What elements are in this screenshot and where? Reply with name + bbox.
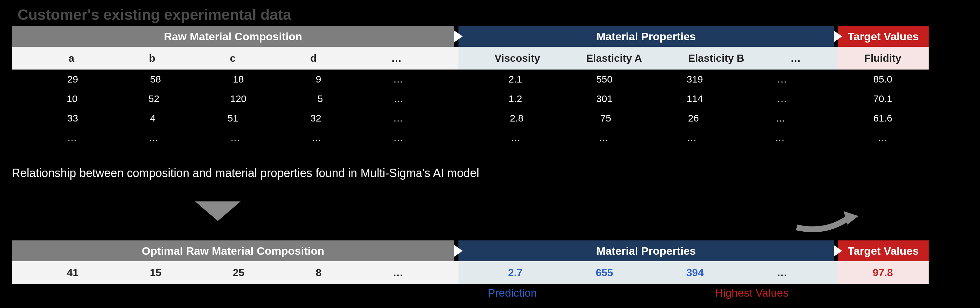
header-target-values: Target Values [838, 26, 929, 47]
col-more: … [391, 52, 402, 64]
cell: 29 [67, 74, 78, 85]
cell: … [393, 267, 403, 279]
subheader-row: a b c d … Viscosity Elasticity A Elastic… [12, 47, 929, 70]
data-raw: 29 58 18 9 … [12, 70, 458, 89]
bottom-annotation: Prediction Highest Values [488, 287, 789, 299]
data-target: 61.6 [837, 108, 929, 128]
cell: 550 [596, 74, 612, 85]
cell: 26 [688, 113, 699, 124]
cell: … [777, 267, 787, 279]
cell: … [393, 113, 403, 124]
arrow-down-icon [195, 202, 240, 221]
cell: … [777, 93, 787, 104]
data-row: 33 4 51 32 … 2.8 75 26 … 61.6 [12, 108, 929, 128]
col-a: a [68, 52, 75, 64]
cell-highest: 97.8 [873, 267, 893, 279]
cell: … [394, 93, 404, 104]
cell: 51 [228, 113, 238, 124]
col-elasticity-a: Elasticity A [586, 52, 642, 64]
header-row: Raw Material Composition Material Proper… [12, 26, 929, 47]
arrow-right-icon [834, 245, 842, 257]
cell: … [687, 132, 697, 143]
cell: … [312, 132, 321, 143]
annot-highest: Highest Values [715, 287, 789, 299]
bottom-target: 97.8 [837, 261, 929, 284]
subheader-props: Viscosity Elasticity A Elasticity B … [458, 47, 837, 70]
bottom-raw: 41 15 25 8 … [12, 261, 458, 284]
data-row: 10 52 120 5 … 1.2 301 114 … 70.1 [12, 89, 929, 108]
cell: 52 [149, 93, 159, 104]
cell-prediction: 655 [596, 267, 613, 279]
cell: 10 [67, 93, 77, 104]
col-b: b [149, 52, 156, 64]
col-viscosity: Viscosity [495, 52, 540, 64]
bottom-header-raw: Optimal Raw Material Composition [12, 240, 454, 261]
cell: 32 [310, 113, 321, 124]
cell: 5 [317, 93, 323, 104]
data-target: 85.0 [837, 70, 929, 89]
data-props: 2.8 75 26 … [458, 108, 837, 128]
subheader-raw: a b c d … [12, 47, 458, 70]
cell: … [777, 74, 787, 85]
cell: 9 [316, 74, 321, 85]
data-raw: … … … … … [12, 128, 458, 148]
cell: 58 [150, 74, 161, 85]
bottom-header-props: Material Properties [458, 240, 834, 261]
cell: 8 [316, 267, 321, 279]
cell: … [775, 132, 785, 143]
cell: … [67, 132, 77, 143]
annot-prediction: Prediction [488, 287, 537, 299]
data-props: … … … … [458, 128, 837, 148]
cell: 2.1 [509, 74, 522, 85]
bottom-header-row: Optimal Raw Material Composition Materia… [12, 240, 929, 261]
cell: … [393, 132, 403, 143]
header-material-properties: Material Properties [458, 26, 834, 47]
col-d: d [310, 52, 317, 64]
col-more: … [791, 52, 801, 64]
arrow-right-icon [454, 30, 463, 42]
cell: 2.8 [510, 113, 523, 124]
cell: … [599, 132, 609, 143]
cell: 41 [67, 267, 79, 279]
bottom-header-target: Target Values [838, 240, 929, 261]
page-title: Customer's existing experimental data [18, 6, 291, 24]
cell: 114 [687, 93, 703, 104]
data-props: 2.1 550 319 … [458, 70, 837, 89]
arrow-right-icon [834, 30, 842, 42]
explanation-text: Relationship between composition and mat… [12, 164, 929, 182]
data-raw: 33 4 51 32 … [12, 108, 458, 128]
cell: 15 [150, 267, 162, 279]
cell-prediction: 394 [686, 267, 704, 279]
cell: 1.2 [509, 93, 522, 104]
cell: 75 [600, 113, 611, 124]
cell: 25 [233, 267, 245, 279]
col-elasticity-b: Elasticity B [688, 52, 744, 64]
col-c: c [230, 52, 236, 64]
cell: 18 [233, 74, 243, 85]
cell: 319 [687, 74, 703, 85]
subheader-target: Fluidity [837, 47, 929, 70]
cell: 33 [67, 113, 78, 124]
cell: … [511, 132, 520, 143]
cell: … [393, 74, 403, 85]
cell: … [149, 132, 158, 143]
data-raw: 10 52 120 5 … [12, 89, 458, 108]
cell: 120 [230, 93, 247, 104]
header-raw-materials: Raw Material Composition [12, 26, 454, 47]
data-target: … [837, 128, 929, 148]
arrow-right-icon [454, 245, 463, 257]
cell: 301 [596, 93, 612, 104]
bottom-data-row: 41 15 25 8 … 2.7 655 394 … 97.8 [12, 261, 929, 284]
bottom-props: 2.7 655 394 … [458, 261, 837, 284]
cell: … [776, 113, 786, 124]
data-row: 29 58 18 9 … 2.1 550 319 … 85.0 [12, 70, 929, 89]
data-target: 70.1 [837, 89, 929, 108]
cell: 4 [150, 113, 156, 124]
cell-prediction: 2.7 [508, 267, 522, 279]
data-row: … … … … … … … … … … [12, 128, 929, 148]
curve-arrow-icon [790, 205, 862, 237]
cell: … [230, 132, 240, 143]
data-props: 1.2 301 114 … [458, 89, 837, 108]
